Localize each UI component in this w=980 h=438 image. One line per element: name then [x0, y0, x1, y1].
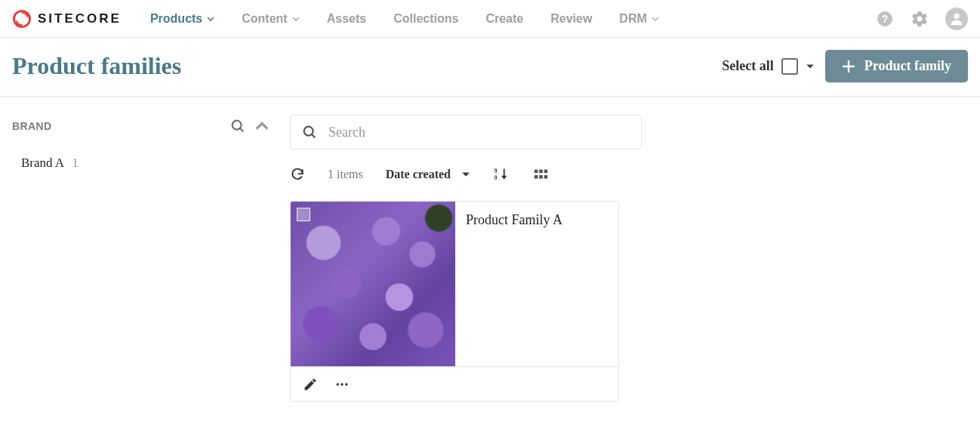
- search-icon[interactable]: [230, 118, 246, 134]
- nav-drm-label: DRM: [619, 12, 646, 26]
- refresh-icon[interactable]: [290, 167, 305, 182]
- caret-down-icon: [652, 12, 659, 26]
- svg-text:?: ?: [882, 13, 889, 25]
- facet-item-label: Brand A: [21, 156, 64, 171]
- product-family-card[interactable]: Product Family A: [290, 201, 619, 402]
- search-input[interactable]: [327, 124, 630, 141]
- facet-header: BRAND: [12, 115, 269, 151]
- svg-rect-10: [535, 170, 538, 174]
- select-all-label: Select all: [722, 58, 773, 74]
- nav-assets-label: Assets: [327, 12, 366, 26]
- facet-item-count: 1: [72, 156, 79, 171]
- plus-icon: [842, 60, 855, 73]
- svg-rect-14: [539, 175, 543, 179]
- caret-down-icon[interactable]: [806, 62, 815, 71]
- caret-down-icon: [292, 12, 300, 26]
- search-icon: [301, 124, 318, 140]
- svg-rect-12: [544, 170, 548, 174]
- help-icon[interactable]: ?: [876, 10, 894, 28]
- svg-line-5: [240, 128, 243, 131]
- svg-text:9: 9: [495, 168, 498, 174]
- svg-rect-11: [539, 170, 543, 174]
- nav-create-label: Create: [485, 12, 523, 26]
- nav-products[interactable]: Products: [150, 12, 214, 26]
- sort-dropdown[interactable]: Date created: [386, 168, 470, 181]
- result-count: 1 items: [328, 168, 363, 181]
- chevron-up-icon[interactable]: [255, 119, 269, 133]
- main-content: 1 items Date created 90 Product: [290, 115, 968, 402]
- sort-label: Date created: [386, 168, 451, 181]
- svg-point-16: [337, 383, 339, 385]
- card-title: Product Family A: [455, 202, 573, 366]
- main-nav: Products Content Assets Collections Crea…: [150, 12, 659, 26]
- logo-mark-icon: [12, 9, 32, 29]
- grid-view-icon[interactable]: [532, 166, 549, 183]
- nav-create[interactable]: Create: [485, 12, 523, 26]
- nav-content-label: Content: [242, 12, 287, 26]
- svg-line-7: [312, 134, 315, 137]
- nav-review-label: Review: [550, 12, 592, 26]
- edit-icon[interactable]: [303, 377, 318, 392]
- page-title: Product families: [12, 52, 181, 80]
- select-all-checkbox[interactable]: [781, 58, 798, 75]
- nav-collections[interactable]: Collections: [393, 12, 458, 26]
- card-footer: [291, 366, 618, 401]
- sort-direction-icon[interactable]: 90: [493, 166, 510, 183]
- results-toolbar: 1 items Date created 90: [290, 166, 968, 183]
- svg-point-6: [304, 127, 313, 136]
- gear-icon[interactable]: [911, 10, 929, 28]
- nav-products-label: Products: [150, 12, 202, 26]
- nav-drm[interactable]: DRM: [619, 12, 658, 26]
- nav-content[interactable]: Content: [242, 12, 299, 26]
- logo-word: SITECORE: [38, 11, 122, 26]
- more-icon[interactable]: [334, 377, 350, 392]
- avatar[interactable]: [945, 8, 968, 30]
- search-box[interactable]: [290, 115, 642, 150]
- svg-point-18: [345, 383, 347, 385]
- svg-point-17: [341, 383, 343, 385]
- nav-assets[interactable]: Assets: [327, 12, 366, 26]
- caret-down-icon: [461, 170, 470, 179]
- select-all[interactable]: Select all: [722, 58, 814, 75]
- card-select-checkbox[interactable]: [297, 208, 310, 221]
- svg-rect-13: [535, 175, 538, 179]
- facet-item-brand-a[interactable]: Brand A 1: [12, 151, 269, 175]
- facet-sidebar: BRAND Brand A 1: [12, 115, 269, 402]
- title-bar: Product families Select all Product fami…: [0, 38, 980, 97]
- nav-review[interactable]: Review: [550, 12, 592, 26]
- svg-point-4: [233, 121, 242, 130]
- svg-point-3: [954, 13, 959, 18]
- facet-label: BRAND: [12, 120, 52, 132]
- add-product-family-button[interactable]: Product family: [825, 50, 968, 82]
- add-button-label: Product family: [864, 58, 951, 74]
- caret-down-icon: [207, 12, 214, 26]
- card-thumbnail[interactable]: [291, 202, 455, 366]
- top-nav: SITECORE Products Content Assets Collect…: [0, 0, 980, 38]
- logo[interactable]: SITECORE: [12, 9, 122, 29]
- svg-text:0: 0: [495, 174, 498, 181]
- svg-rect-15: [544, 175, 548, 179]
- nav-collections-label: Collections: [393, 12, 458, 26]
